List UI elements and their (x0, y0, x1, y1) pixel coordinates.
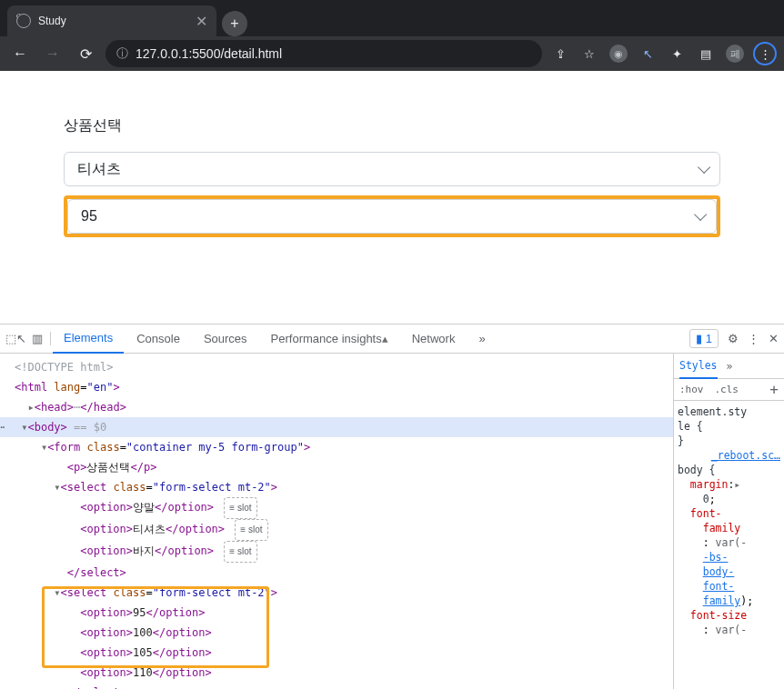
cls-toggle[interactable]: .cls (709, 384, 745, 395)
tab-title: Study (38, 15, 188, 27)
highlighted-select-wrap: 95 (64, 195, 720, 237)
cursor-ext-icon[interactable]: ↖ (637, 43, 658, 65)
hov-toggle[interactable]: :hov (674, 384, 709, 395)
kebab-menu-icon[interactable]: ⋮ (753, 42, 777, 65)
select-value: 티셔츠 (77, 160, 121, 179)
size-select[interactable]: 95 (67, 199, 717, 234)
issues-badge[interactable]: ▮ 1 (689, 329, 719, 348)
profile-icon[interactable]: 페 (724, 43, 746, 65)
browser-tab[interactable]: Study ✕ (7, 5, 216, 36)
browser-toolbar: ← → ⟳ ⓘ 127.0.0.1:5500/detail.html ⇪ ☆ ◉… (0, 36, 784, 71)
product-select[interactable]: 티셔츠 (64, 152, 720, 186)
bookmark-icon[interactable]: ☆ (578, 43, 600, 65)
styles-tab[interactable]: Styles (679, 354, 718, 379)
tab-elements[interactable]: Elements (53, 325, 124, 354)
page-content: 상품선택 티셔츠 95 (0, 71, 784, 324)
extensions-icon[interactable]: ✦ (666, 43, 688, 65)
devtools-panel: ⬚↖ ▥ Elements Console Sources Performanc… (0, 324, 784, 689)
styles-rules[interactable]: element.sty le { } _reboot.sc… body { ma… (674, 401, 784, 641)
form-label: 상품선택 (64, 116, 720, 135)
globe-icon (16, 14, 31, 28)
inspect-icon[interactable]: ⬚↖ (5, 332, 26, 345)
tab-close-icon[interactable]: ✕ (196, 13, 207, 30)
share-icon[interactable]: ⇪ (549, 43, 571, 65)
device-icon[interactable]: ▥ (32, 332, 43, 345)
close-devtools-icon[interactable]: ✕ (769, 332, 779, 345)
forward-button[interactable]: → (40, 41, 65, 66)
url-text: 127.0.0.1:5500/detail.html (136, 46, 531, 61)
more-icon[interactable]: ⋮ (748, 332, 759, 345)
tab-console[interactable]: Console (126, 325, 191, 354)
address-bar[interactable]: ⓘ 127.0.0.1:5500/detail.html (106, 40, 542, 67)
devtools-tabbar: ⬚↖ ▥ Elements Console Sources Performanc… (0, 325, 784, 354)
styles-panel: Styles » :hov .cls + element.sty le { } … (673, 354, 784, 689)
chevron-down-icon (694, 208, 707, 221)
tab-sources[interactable]: Sources (193, 325, 258, 354)
tab-overflow[interactable]: » (467, 325, 496, 354)
add-rule-icon[interactable]: + (764, 381, 784, 398)
back-button[interactable]: ← (7, 41, 33, 66)
tab-performance[interactable]: Performance insights ▴ (260, 325, 399, 354)
chevron-down-icon (698, 161, 710, 174)
dom-tree[interactable]: <!DOCTYPE html> <html lang="en"> ▸<head>… (0, 354, 673, 689)
styles-overflow[interactable]: » (727, 360, 733, 373)
new-tab-button[interactable]: + (222, 11, 247, 36)
browser-tabstrip: Study ✕ + (0, 4, 784, 36)
info-icon: ⓘ (116, 45, 128, 62)
reload-button[interactable]: ⟳ (73, 41, 98, 66)
tab-network[interactable]: Network (401, 325, 467, 354)
reader-icon[interactable]: ▤ (695, 43, 717, 65)
settings-icon[interactable]: ⚙ (728, 332, 739, 345)
select-value: 95 (81, 208, 97, 225)
camera-ext-icon[interactable]: ◉ (608, 43, 629, 65)
